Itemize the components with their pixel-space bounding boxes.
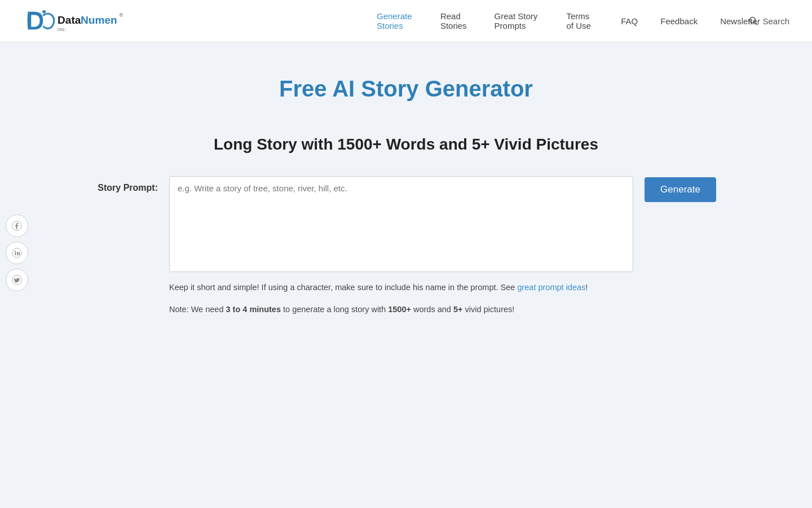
subtitle: Long Story with 1500+ Words and 5+ Vivid…: [214, 135, 598, 154]
svg-point-10: [15, 251, 16, 252]
svg-point-0: [42, 10, 46, 13]
facebook-icon: [12, 221, 22, 231]
twitter-share-button[interactable]: [6, 269, 28, 291]
note-text: Note: We need 3 to 4 minutes to generate…: [169, 303, 716, 316]
nav-item-generate-stories[interactable]: Generate Stories: [365, 11, 429, 30]
linkedin-icon: [12, 248, 22, 258]
svg-rect-9: [15, 252, 16, 256]
svg-text:®: ®: [120, 12, 123, 18]
story-prompt-input[interactable]: [169, 176, 633, 272]
nav-item-feedback[interactable]: Feedback: [649, 16, 709, 26]
linkedin-share-button[interactable]: [6, 242, 28, 264]
social-sidebar: [6, 214, 28, 291]
nav-item-newsletter[interactable]: Newsletter: [709, 16, 771, 26]
svg-text:Numen: Numen: [81, 14, 117, 25]
nav-item-read-stories[interactable]: Read Stories: [429, 11, 483, 30]
form-row: Story Prompt: Generate: [96, 176, 716, 272]
form-area: Story Prompt: Generate Keep it short and…: [96, 176, 716, 316]
facebook-share-button[interactable]: [6, 214, 28, 237]
nav-item-faq[interactable]: FAQ: [610, 16, 649, 26]
logo: Data Numen ® inc.: [23, 6, 141, 37]
main-content: Free AI Story Generator Long Story with …: [0, 42, 812, 316]
main-nav: Generate Stories Read Stories Great Stor…: [365, 11, 771, 30]
nav-item-great-story-prompts[interactable]: Great Story Prompts: [483, 11, 555, 30]
hint-text: Keep it short and simple! If using a cha…: [169, 281, 716, 294]
header: Data Numen ® inc. Generate Stories Read …: [0, 0, 812, 42]
generate-button[interactable]: Generate: [645, 177, 716, 202]
svg-text:Data: Data: [58, 14, 81, 25]
svg-text:inc.: inc.: [58, 27, 67, 32]
logo-area: Data Numen ® inc.: [23, 6, 141, 37]
great-prompt-ideas-link[interactable]: great prompt ideas: [517, 283, 585, 292]
twitter-icon: [12, 275, 22, 285]
nav-item-terms-of-use[interactable]: Terms of Use: [555, 11, 610, 30]
story-prompt-label: Story Prompt:: [96, 176, 158, 193]
page-title: Free AI Story Generator: [279, 76, 533, 102]
